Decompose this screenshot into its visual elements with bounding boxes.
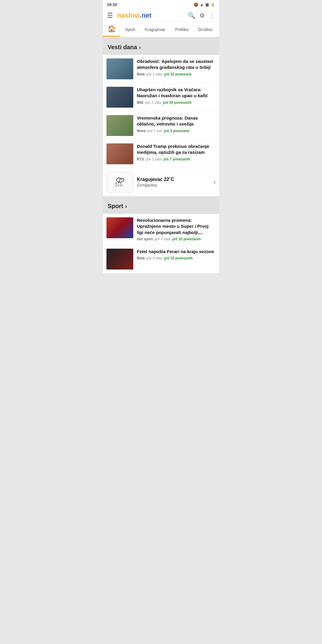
tab-kragujevac[interactable]: Kragujevac	[140, 24, 170, 35]
weather-icon: ⛈	[106, 172, 133, 193]
news-content-2: Uhapšen razbojnik sa Vračara: Naoružan i…	[137, 87, 216, 105]
weather-info: Kragujevac 22˚C Grmljavina	[137, 177, 210, 188]
news-time-3: pre 7 sati	[147, 129, 162, 133]
vesti-dana-list: Obradović: Apelujem da se zaustavi atmos…	[103, 55, 219, 196]
news-related-2: još 28 povezanih	[163, 100, 191, 105]
vesti-dana-heading[interactable]: Vesti dana ›	[103, 40, 219, 55]
section-gap-top	[103, 37, 219, 40]
vesti-dana-title: Vesti dana	[108, 44, 137, 51]
news-time-5: pre 4 sata	[154, 237, 170, 241]
tab-home[interactable]: 🏠	[103, 22, 120, 37]
news-time-4: pre 2 sata	[146, 157, 162, 161]
tab-sport[interactable]: Sport	[120, 24, 140, 35]
status-bar: 15:10 🔕 ▲ ▥ 🔋	[103, 0, 219, 9]
weather-city: Kragujevac 22˚C	[137, 177, 210, 182]
news-title-5: Revolucionarna promena: Upražnjeno mesto…	[137, 217, 216, 236]
hamburger-button[interactable]: ☰	[107, 12, 113, 19]
news-source-1: Beta	[137, 72, 145, 76]
search-button[interactable]: 🔍	[188, 12, 195, 19]
status-time: 15:10	[107, 2, 117, 7]
weather-item[interactable]: ⛈ Kragujevac 22˚C Grmljavina ›	[103, 168, 219, 196]
logo-naslovi: naslovi	[117, 12, 140, 19]
news-title-3: Vremenska prognoza: Danas oblačno, vetro…	[137, 115, 216, 127]
wifi-icon: ▲	[200, 3, 204, 7]
news-source-4: RTS	[137, 157, 144, 161]
battery-icon: 🔋	[210, 3, 215, 7]
news-source-5: Hot sport	[137, 237, 153, 241]
tab-e[interactable]: E	[217, 24, 219, 35]
news-meta-6: Beta pre 4 sata još 10 povezanih	[137, 256, 216, 260]
signal-icon: ▥	[205, 3, 209, 7]
news-title-1: Obradović: Apelujem da se zaustavi atmos…	[137, 58, 216, 71]
news-title-4: Donald Tramp prekinuo obraćanje medijima…	[137, 143, 216, 156]
settings-button[interactable]: ⚙	[199, 12, 205, 19]
top-nav: ☰ naslovi.net 🔍 ⚙ ⋮	[103, 9, 219, 22]
news-meta-1: Beta pre 2 sata još 32 povezane	[137, 72, 216, 76]
news-time-1: pre 2 sata	[146, 72, 162, 76]
mute-icon: 🔕	[194, 3, 198, 7]
news-meta-5: Hot sport pre 4 sata još 10 povezanih	[137, 237, 216, 241]
news-thumb-5	[106, 217, 133, 238]
news-thumb-6	[106, 249, 133, 270]
news-meta-2: B92 pre 2 sata još 28 povezanih	[137, 100, 216, 105]
news-related-4: još 7 povezanih	[163, 157, 190, 161]
status-icons: 🔕 ▲ ▥ 🔋	[194, 3, 215, 7]
weather-cloud-icon: ⛈	[115, 177, 125, 188]
sport-list: Revolucionarna promena: Upražnjeno mesto…	[103, 214, 219, 273]
news-content-5: Revolucionarna promena: Upražnjeno mesto…	[137, 217, 216, 241]
news-thumb-1	[106, 58, 133, 79]
news-thumb-2	[106, 87, 133, 108]
category-tabs: 🏠 Sport Kragujevac Politika Društvo E	[103, 22, 219, 37]
top-nav-left: ☰ naslovi.net	[107, 12, 151, 19]
sport-arrow: ›	[125, 203, 127, 210]
news-thumb-3	[106, 115, 133, 136]
sport-heading[interactable]: Sport ›	[103, 199, 219, 214]
weather-arrow: ›	[213, 178, 216, 186]
news-source-6: Beta	[137, 256, 145, 260]
vesti-dana-arrow: ›	[139, 44, 141, 51]
news-item[interactable]: Donald Tramp prekinuo obraćanje medijima…	[103, 140, 219, 168]
news-related-5: još 10 povezanih	[172, 237, 201, 241]
news-item[interactable]: Fetel napušta Ferari na kraju sezone Bet…	[103, 245, 219, 273]
news-related-1: još 32 povezane	[164, 72, 191, 76]
more-button[interactable]: ⋮	[209, 12, 215, 19]
news-item[interactable]: Uhapšen razbojnik sa Vračara: Naoružan i…	[103, 83, 219, 112]
news-content-6: Fetel napušta Ferari na kraju sezone Bet…	[137, 249, 216, 260]
weather-description: Grmljavina	[137, 183, 210, 188]
news-related-3: još 3 povezane	[164, 129, 189, 133]
news-content-3: Vremenska prognoza: Danas oblačno, vetro…	[137, 115, 216, 133]
sport-title: Sport	[108, 203, 123, 210]
section-gap-sport	[103, 196, 219, 199]
news-item[interactable]: Revolucionarna promena: Upražnjeno mesto…	[103, 214, 219, 245]
news-title-6: Fetel napušta Ferari na kraju sezone	[137, 249, 216, 255]
logo[interactable]: naslovi.net	[117, 12, 151, 19]
news-meta-3: Nova pre 7 sati još 3 povezane	[137, 129, 216, 133]
news-source-3: Nova	[137, 129, 145, 133]
news-source-2: B92	[137, 100, 143, 105]
news-content-4: Donald Tramp prekinuo obraćanje medijima…	[137, 143, 216, 161]
tab-drustvo[interactable]: Društvo	[193, 24, 217, 35]
news-time-6: pre 4 sata	[146, 256, 162, 260]
tab-politika[interactable]: Politika	[171, 24, 193, 35]
news-title-2: Uhapšen razbojnik sa Vračara: Naoružan i…	[137, 87, 216, 99]
news-related-6: još 10 povezanih	[164, 256, 193, 260]
news-item[interactable]: Obradović: Apelujem da se zaustavi atmos…	[103, 55, 219, 83]
news-content-1: Obradović: Apelujem da se zaustavi atmos…	[137, 58, 216, 76]
news-meta-4: RTS pre 2 sata još 7 povezanih	[137, 157, 216, 161]
news-time-2: pre 2 sata	[145, 100, 161, 105]
top-nav-right: 🔍 ⚙ ⋮	[188, 12, 215, 19]
news-item[interactable]: Vremenska prognoza: Danas oblačno, vetro…	[103, 112, 219, 140]
news-thumb-4	[106, 143, 133, 164]
logo-net: .net	[140, 12, 151, 19]
